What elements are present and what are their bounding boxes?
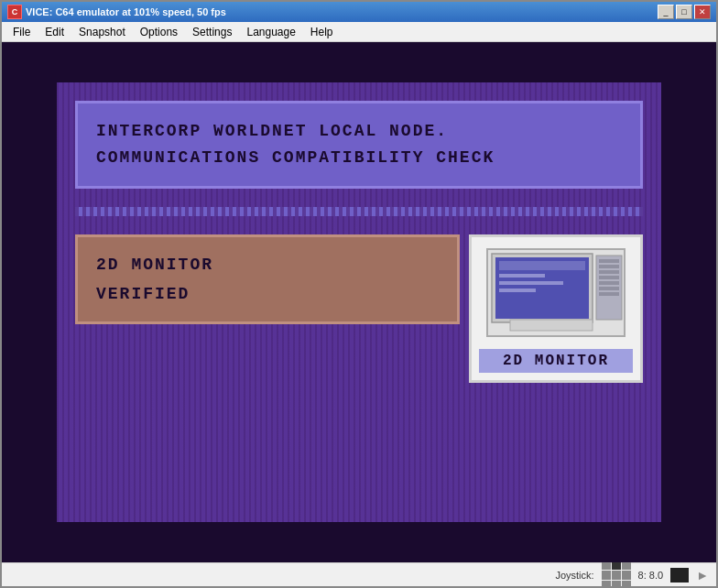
svg-rect-13 xyxy=(599,287,619,290)
bottom-section: 2D MONITOR VERIFIED xyxy=(75,234,643,383)
arrow-sw xyxy=(602,581,611,589)
menu-file[interactable]: File xyxy=(5,24,38,40)
menu-edit[interactable]: Edit xyxy=(38,24,71,40)
title-bar-left: C VICE: C64 emulator at 101% speed, 50 f… xyxy=(7,5,226,19)
monitor-svg xyxy=(483,245,629,345)
status-bar: Joystick: 8: 8.0 ► xyxy=(2,562,716,586)
svg-rect-9 xyxy=(599,265,619,268)
position-display: 8: 8.0 xyxy=(638,570,664,581)
svg-rect-4 xyxy=(499,274,545,278)
arrow-right-icon: ► xyxy=(696,568,709,583)
menu-help[interactable]: Help xyxy=(303,24,341,40)
arrow-e xyxy=(622,571,631,580)
menu-settings[interactable]: Settings xyxy=(185,24,239,40)
main-window: C VICE: C64 emulator at 101% speed, 50 f… xyxy=(0,0,718,588)
joystick-arrows xyxy=(602,561,631,589)
title-bar: C VICE: C64 emulator at 101% speed, 50 f… xyxy=(2,2,716,22)
monitor-text-box: 2D MONITOR VERIFIED xyxy=(75,234,460,325)
svg-rect-6 xyxy=(499,289,536,292)
window-title: VICE: C64 emulator at 101% speed, 50 fps xyxy=(26,6,226,17)
banner-line1: INTERCORP WORLDNET LOCAL NODE. xyxy=(96,118,622,145)
monitor-caption: 2D MONITOR xyxy=(479,349,633,373)
svg-rect-3 xyxy=(499,261,585,270)
svg-rect-15 xyxy=(510,320,593,331)
arrow-w xyxy=(602,571,611,580)
minimize-button[interactable]: _ xyxy=(658,5,674,19)
arrow-center xyxy=(612,571,621,580)
app-icon: C xyxy=(7,5,22,19)
maximize-button[interactable]: □ xyxy=(676,5,692,19)
menu-language[interactable]: Language xyxy=(239,24,302,40)
title-buttons: _ □ ✕ xyxy=(658,5,711,19)
menu-bar: File Edit Snapshot Options Settings Lang… xyxy=(2,22,716,42)
top-banner: INTERCORP WORLDNET LOCAL NODE. COMMUNICA… xyxy=(75,101,643,189)
monitor-image-box: 2D MONITOR xyxy=(469,234,643,383)
svg-rect-5 xyxy=(499,281,563,285)
menu-options[interactable]: Options xyxy=(133,24,185,40)
emulator-content: INTERCORP WORLDNET LOCAL NODE. COMMUNICA… xyxy=(2,42,716,562)
screen-inner: INTERCORP WORLDNET LOCAL NODE. COMMUNICA… xyxy=(57,82,661,522)
svg-rect-10 xyxy=(599,270,619,274)
svg-rect-11 xyxy=(599,276,619,279)
svg-rect-12 xyxy=(599,281,619,285)
joystick-label: Joystick: xyxy=(555,570,593,581)
color-box xyxy=(670,568,689,583)
arrow-se xyxy=(622,581,631,589)
close-button[interactable]: ✕ xyxy=(694,5,711,19)
c64-screen: INTERCORP WORLDNET LOCAL NODE. COMMUNICA… xyxy=(57,82,661,522)
svg-rect-8 xyxy=(599,259,619,263)
monitor-line2: VERIFIED xyxy=(96,279,439,309)
arrow-s xyxy=(612,581,621,589)
monitor-line1: 2D MONITOR xyxy=(96,250,439,279)
divider xyxy=(75,207,643,216)
banner-line2: COMMUNICATIONS COMPATIBILITY CHECK xyxy=(96,145,622,171)
menu-snapshot[interactable]: Snapshot xyxy=(71,24,133,40)
svg-rect-14 xyxy=(599,292,619,296)
